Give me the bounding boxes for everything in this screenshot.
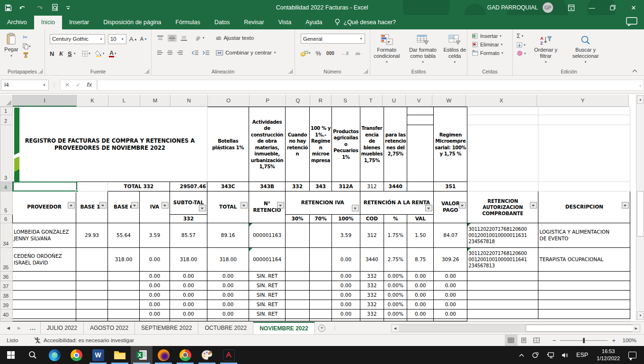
cell-title[interactable]: REGISTRO DE FACTURAS DE COMPRA Y RETENCI… — [13, 107, 207, 182]
cell[interactable]: TERAPISTA OCUPACIONAL — [538, 248, 630, 272]
cell[interactable] — [286, 309, 310, 319]
font-dialog-launcher-icon[interactable] — [145, 69, 149, 73]
cell[interactable]: LOGISTICA Y ALIMENTACION DE EVENTO — [538, 223, 630, 248]
cell[interactable] — [286, 272, 310, 281]
page-break-view-icon[interactable] — [530, 335, 543, 346]
cell[interactable]: SIN. RET — [249, 300, 286, 309]
percent-icon[interactable]: % — [316, 50, 322, 57]
cell[interactable]: 0.00 — [140, 309, 170, 319]
cell-styles-button[interactable]: Estilos de celda▾ — [443, 32, 467, 68]
cell[interactable]: 0.00% — [384, 300, 407, 309]
file-explorer-icon[interactable] — [109, 346, 131, 364]
font-size-combo[interactable]: 10▼ — [108, 34, 126, 44]
clear-icon[interactable]: ▾ — [517, 51, 526, 56]
increase-font-icon[interactable]: A▲ — [129, 36, 137, 43]
zoom-slider[interactable] — [560, 340, 608, 341]
cell[interactable] — [108, 319, 140, 321]
cell[interactable] — [310, 319, 332, 321]
format-painter-icon[interactable] — [23, 52, 31, 58]
tab-datos[interactable]: Datos — [207, 16, 237, 29]
paint-icon[interactable] — [196, 346, 218, 364]
horizontal-scroll-thumb[interactable] — [526, 325, 634, 332]
tab-scroll-right-icon[interactable]: ▶ — [18, 326, 21, 330]
cell-total-u[interactable]: 3440 — [384, 182, 407, 191]
firefox-icon[interactable] — [152, 346, 174, 364]
cell[interactable]: 0.00% — [384, 281, 407, 291]
sheet-tab-noviembre[interactable]: NOVIEMBRE 2022 — [253, 322, 315, 334]
header-val[interactable]: VAL — [407, 215, 434, 223]
header-retencion-renta[interactable]: RETENCIÓN A LA RENTA — [360, 191, 434, 215]
close-button[interactable]: ✕ — [623, 0, 644, 15]
cell-total-n[interactable]: 29507.46 — [170, 182, 207, 191]
align-top-icon[interactable] — [157, 36, 163, 41]
cell[interactable]: 0.00 — [140, 291, 170, 300]
row-header-39[interactable]: 39 — [0, 300, 13, 309]
cell[interactable] — [76, 300, 108, 309]
scroll-up-icon[interactable]: ▲ — [637, 95, 644, 104]
cell[interactable]: 0.00 — [332, 272, 360, 281]
zoom-out-icon[interactable]: − — [553, 337, 556, 344]
cell[interactable] — [76, 319, 108, 321]
header-valor-pago[interactable]: VALOR PAGO — [434, 191, 467, 223]
row-header-1[interactable]: 1 — [0, 107, 13, 115]
filter-icon[interactable] — [425, 205, 432, 211]
tab-inicio[interactable]: Inicio — [34, 16, 62, 29]
start-button[interactable] — [0, 346, 22, 364]
cell[interactable] — [360, 319, 384, 321]
align-bottom-icon[interactable] — [181, 36, 187, 41]
tab-ayuda[interactable]: Ayuda — [298, 16, 329, 29]
cell[interactable]: 000001164 — [249, 248, 286, 272]
avatar[interactable]: GP — [543, 2, 553, 13]
cell[interactable]: 2.75% — [384, 248, 407, 272]
tab-vista[interactable]: Vista — [271, 16, 299, 29]
cell[interactable]: 0.00 — [434, 309, 467, 319]
cell[interactable]: 0.00 — [207, 291, 249, 300]
row-header-35[interactable]: 35 — [0, 248, 13, 272]
column-header-n[interactable]: N — [170, 95, 208, 107]
cell[interactable] — [108, 291, 140, 300]
decrease-indent-icon[interactable] — [192, 50, 198, 55]
cell[interactable]: 30112022071768120600 0012001001000001164… — [467, 248, 538, 272]
cell[interactable]: 0.00 — [434, 272, 467, 281]
orientation-icon[interactable]: ab▾ — [196, 35, 205, 41]
align-middle-icon[interactable] — [168, 35, 177, 42]
header-cod[interactable]: COD — [360, 215, 384, 223]
word-icon[interactable]: W — [87, 346, 109, 364]
tray-app-icon[interactable] — [528, 352, 543, 358]
sheet-tab-julio[interactable]: JULIO 2022 — [40, 322, 84, 334]
fill-icon[interactable]: ▾ — [517, 42, 526, 48]
cell[interactable]: 0.00 — [140, 281, 170, 291]
increase-decimal-icon[interactable]: ←.00 — [341, 50, 349, 56]
cell[interactable]: 332 — [360, 300, 384, 309]
formula-bar-splitter[interactable]: ⋮ — [49, 82, 60, 88]
cell[interactable]: SIN. RET — [249, 272, 286, 281]
row-header-41[interactable] — [0, 319, 13, 321]
cell-x1[interactable] — [467, 107, 538, 115]
cell[interactable]: 0.00 — [407, 272, 434, 281]
zoom-in-icon[interactable]: + — [612, 337, 616, 344]
clipboard-dialog-launcher-icon[interactable] — [38, 69, 43, 73]
cell[interactable]: 312 — [360, 223, 384, 248]
header-total[interactable]: TOTAL — [207, 191, 249, 223]
cell[interactable]: 0.00 — [332, 281, 360, 291]
cell[interactable]: 0.00 — [170, 272, 207, 281]
cell[interactable] — [286, 319, 310, 321]
cell[interactable] — [13, 272, 76, 281]
cell[interactable]: 30112022071768120600 0012001001000001163… — [467, 223, 538, 248]
cell[interactable]: 318.00 — [108, 248, 140, 272]
cell[interactable] — [207, 319, 249, 321]
cell-note-r[interactable]: 100 % y 1%.- Regime n microe mpresa — [310, 107, 332, 182]
insert-cells-button[interactable]: Insertar▾ — [472, 33, 512, 39]
currency-icon[interactable]: ▾ — [301, 50, 311, 56]
filter-icon[interactable] — [161, 202, 169, 209]
notification-icon[interactable] — [628, 352, 636, 358]
copy-icon[interactable]: ▾ — [23, 43, 31, 49]
header-iva[interactable]: IVA — [140, 191, 170, 223]
cell[interactable] — [76, 281, 108, 291]
cell[interactable]: 84.07 — [434, 223, 467, 248]
excel-icon[interactable]: X — [131, 346, 152, 364]
language-indicator[interactable]: ESP — [572, 352, 592, 358]
comma-icon[interactable]: 000 — [326, 51, 334, 56]
more-sheets[interactable]: ... — [26, 322, 40, 334]
cell[interactable]: SIN. RET — [249, 291, 286, 300]
